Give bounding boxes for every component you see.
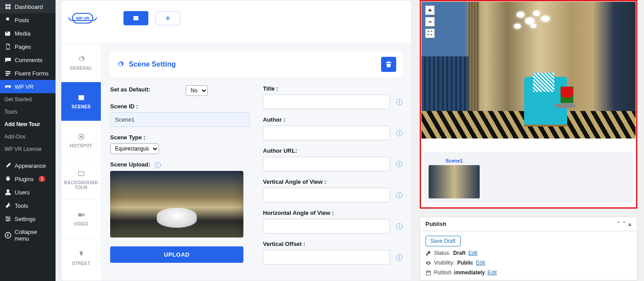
sidebar-label: Appearance [15,162,46,169]
title-input[interactable] [263,95,390,109]
field-scene-type: Scene Type : Equirectangular [110,134,250,154]
calendar-icon [425,270,431,276]
field-author-url: Author URL: i [263,147,402,171]
sidebar-item-settings[interactable]: Settings [0,212,56,226]
author-url-input[interactable] [263,157,390,171]
scene-id-input[interactable] [110,112,250,127]
rail-hotspot[interactable]: HOTSPOT [61,121,101,160]
svg-rect-8 [78,213,82,216]
rail-general[interactable]: GENERAL [61,43,101,82]
sidebar-label: WP VR [15,83,33,90]
edit-status-link[interactable]: Edit [468,250,477,256]
field-haov: Horizontal Angle of View : i [263,210,402,234]
vr-icon [4,83,12,90]
field-scene-id: Scene ID : [110,103,250,127]
vaov-input[interactable] [263,188,390,202]
save-draft-button[interactable]: Save Draft [425,236,461,246]
sidebar-item-plugins[interactable]: Plugins 1 [0,172,56,186]
scene-thumbnail-strip: Scene1 [424,152,633,203]
schedule-row: Publish immediately Edit [425,269,632,276]
default-select[interactable]: No [186,85,208,96]
zoom-in-button[interactable]: + [425,5,435,15]
chevron-up-icon[interactable]: ˄ [617,221,620,227]
eye-icon [425,260,431,266]
sidebar-item-appearance[interactable]: Appearance [0,159,56,172]
info-icon[interactable]: i [396,254,402,261]
sidebar-label: Dashboard [15,4,43,10]
scene-thumbnail [110,171,243,237]
field-author: Author : i [263,116,402,140]
rail-video[interactable]: VIDEO [61,199,101,238]
pages-icon [4,43,12,50]
sidebar-item-comments[interactable]: Comments [0,53,56,67]
info-icon[interactable]: i [396,161,402,167]
sidebar-label: Pages [15,44,31,50]
author-input[interactable] [263,126,390,140]
tab-add-scene[interactable] [155,11,180,25]
sidebar-item-users[interactable]: Users [0,186,56,199]
info-icon[interactable]: i [155,162,161,168]
info-icon[interactable]: i [396,223,402,230]
sidebar-item-pages[interactable]: Pages [0,40,56,53]
publish-title: Publish [425,221,446,227]
rail-scenes[interactable]: SCENES [61,82,101,121]
upload-button[interactable]: UPLOAD [110,246,243,263]
sidebar-item-dashboard[interactable]: Dashboard [0,0,56,13]
svg-point-2 [8,218,10,219]
visibility-row: Visibility: Public Edit [425,260,632,266]
edit-schedule-link[interactable]: Edit [488,269,497,276]
voffset-input[interactable] [263,250,390,265]
editor-top-bar: WP VR [61,0,411,36]
fullscreen-button[interactable]: ⛶ [425,28,435,38]
key-icon [425,250,431,256]
form-icon [4,70,12,77]
sidebar-item-posts[interactable]: Posts [0,13,56,27]
rail-street[interactable]: STREET [61,238,101,277]
field-scene-upload: Scene Upload: i UPLOAD [110,161,250,263]
scene-type-select[interactable]: Equirectangular [110,143,159,154]
wpvr-logo: WP VR [69,9,96,27]
panel-title: Scene Setting [129,60,176,68]
sidebar-item-fluent-forms[interactable]: Fluent Forms [0,67,56,80]
svg-point-4 [5,233,11,238]
sidebar-item-wpvr[interactable]: WP VR [0,80,56,93]
caret-up-icon[interactable]: ▴ [628,221,632,227]
info-icon[interactable]: i [396,99,402,105]
sidebar-label: Comments [15,57,43,63]
info-icon[interactable]: i [396,192,402,198]
haov-input[interactable] [263,219,390,234]
chevron-down-icon[interactable]: ˅ [623,221,626,227]
sidebar-item-media[interactable]: Media [0,27,56,40]
brush-icon [4,162,12,169]
plugins-badge: 1 [39,176,46,182]
field-title: Title : i [263,85,402,109]
user-icon [4,189,12,196]
pano-preview[interactable]: + − ⛶ [421,2,636,139]
zoom-out-button[interactable]: − [425,17,435,27]
field-voffset: Vertical Offset : i [263,241,402,265]
gear-icon [116,60,124,68]
sidebar-sub-add-new-tour[interactable]: Add New Tour [0,118,56,131]
info-icon[interactable]: i [396,130,402,136]
sidebar-sub-license[interactable]: WP VR License [0,143,56,155]
sidebar-sub-tours[interactable]: Tours [0,106,56,118]
sidebar-sub-get-started[interactable]: Get Started [0,93,56,106]
sidebar-sub-addons[interactable]: Add-Ons [0,131,56,143]
sidebar-label: Posts [15,17,29,24]
editor-rail: GENERAL SCENES HOTSPOT BACKGROUND TOUR V… [61,43,101,277]
sliders-icon [4,215,12,222]
status-row: Status: Draft Edit [425,250,632,256]
tab-image-tour[interactable] [123,11,148,25]
rail-background-tour[interactable]: BACKGROUND TOUR [61,160,101,199]
sidebar-label: Fluent Forms [15,70,49,77]
sidebar-item-collapse[interactable]: Collapse menu [0,226,56,245]
sidebar-item-tools[interactable]: Tools [0,199,56,212]
pin-icon [4,16,12,24]
scene-settings-panel: Scene Setting Set as Default: No Scene I… [101,43,411,281]
collapse-icon [4,232,12,239]
media-icon [4,30,12,37]
scene-thumbnail-item[interactable]: Scene1 [429,158,480,198]
delete-scene-button[interactable] [381,57,396,72]
sidebar-label: Plugins [15,176,34,182]
edit-visibility-link[interactable]: Edit [476,260,485,266]
